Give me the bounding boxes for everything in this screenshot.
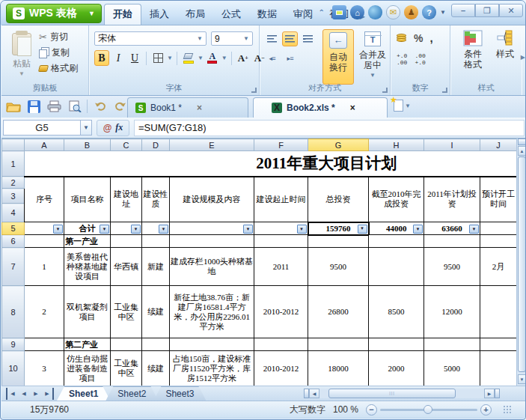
horizontal-scrollbar[interactable]: ◀ ||| ▶ bbox=[304, 388, 513, 399]
cell-section-first[interactable]: 第一产业 bbox=[64, 235, 111, 248]
cell[interactable]: 新征土地38.76亩；新建厂房16581.4平方米，办公用房2296.01平方米 bbox=[170, 286, 254, 338]
cell[interactable]: 9500 bbox=[308, 248, 369, 286]
cell[interactable] bbox=[111, 338, 142, 351]
col-header-I[interactable]: I bbox=[424, 139, 480, 151]
cell[interactable] bbox=[308, 338, 369, 351]
col-header-J[interactable]: J bbox=[480, 139, 517, 151]
cell[interactable]: 2011 bbox=[254, 248, 308, 286]
row-header-6[interactable]: 6 bbox=[2, 235, 25, 248]
restore-button[interactable]: ❐ bbox=[475, 4, 499, 17]
merge-center-button[interactable]: T 合并及居中 ▼ bbox=[357, 29, 388, 85]
cell[interactable] bbox=[111, 235, 142, 248]
cell[interactable]: 26800 bbox=[308, 286, 369, 338]
autofilter-icon[interactable]: ▼ bbox=[243, 225, 253, 234]
autofilter-icon[interactable]: ▼ bbox=[53, 225, 63, 234]
header-cell[interactable]: 建设规模及内容 bbox=[170, 177, 254, 222]
cell-J5[interactable] bbox=[480, 222, 517, 235]
header-cell[interactable]: 建设地址 bbox=[111, 177, 142, 222]
caps-number-label[interactable]: 大写数字 bbox=[290, 404, 325, 416]
increase-indent-button[interactable]: ▸≡ bbox=[282, 51, 298, 66]
switch-window-icon[interactable] bbox=[332, 5, 346, 19]
font-size-combo[interactable]: 9 ▼ bbox=[211, 31, 253, 46]
cell[interactable]: 3 bbox=[25, 351, 64, 386]
align-right-button[interactable] bbox=[300, 31, 316, 46]
align-center-button[interactable] bbox=[282, 31, 298, 46]
mail-icon[interactable]: ✉ bbox=[386, 5, 400, 19]
cell[interactable]: 2 bbox=[25, 286, 64, 338]
ribbon-scroll-right-icon[interactable]: ▶ bbox=[521, 54, 525, 61]
tab-insert[interactable]: 插入 bbox=[141, 4, 177, 25]
print-button[interactable] bbox=[45, 98, 63, 115]
cell-I5[interactable]: 63660▼ bbox=[424, 222, 480, 235]
cell-H5[interactable]: 44000▼ bbox=[369, 222, 424, 235]
increase-decimal-button[interactable]: +.0 .00 bbox=[397, 52, 407, 66]
doc-tab-book1[interactable]: S Book1 * × bbox=[127, 97, 248, 118]
name-box[interactable]: G5 bbox=[3, 120, 81, 136]
cell[interactable]: 2000 bbox=[369, 351, 424, 386]
sheet-tab-sheet3[interactable]: Sheet3 bbox=[153, 386, 206, 401]
scrollbar-split-handle[interactable] bbox=[304, 389, 309, 398]
cell[interactable]: 工业集中区 bbox=[111, 351, 142, 386]
formula-input[interactable]: =SUM(G7:G18) bbox=[134, 120, 525, 136]
print-preview-button[interactable] bbox=[65, 98, 83, 115]
save-button[interactable] bbox=[25, 98, 43, 115]
insert-function-icon[interactable]: fx bbox=[115, 122, 123, 133]
cell-B5[interactable]: 合计▼ bbox=[64, 222, 111, 235]
cell[interactable]: 占地150亩，建设标准厂房11520平方米，库房1512平方米 bbox=[170, 351, 254, 386]
cell[interactable]: 12000 bbox=[424, 286, 480, 338]
cell[interactable] bbox=[25, 235, 64, 248]
zoom-in-button[interactable]: + bbox=[480, 404, 492, 416]
horizontal-scroll-thumb[interactable]: ||| bbox=[328, 389, 456, 398]
row-header-10[interactable]: 10 bbox=[2, 351, 25, 386]
format-painter-button[interactable]: 格式刷 bbox=[39, 62, 78, 75]
cut-button[interactable]: ✂ 剪切 bbox=[39, 31, 78, 43]
conditional-format-button[interactable]: 条件格式 bbox=[458, 30, 488, 70]
paste-button[interactable]: 粘贴 ▼ bbox=[7, 31, 36, 81]
header-cell[interactable]: 截至2010年完成投资 bbox=[369, 177, 424, 222]
cell[interactable]: 续建 bbox=[142, 286, 170, 338]
fill-color-chevron-icon[interactable]: ▼ bbox=[198, 55, 204, 61]
col-header-E[interactable]: E bbox=[170, 139, 254, 151]
cell[interactable]: 8500 bbox=[369, 286, 424, 338]
cell[interactable] bbox=[142, 338, 170, 351]
scrollbar-split-handle[interactable] bbox=[495, 389, 500, 398]
header-cell[interactable]: 预计开工时间 bbox=[480, 177, 517, 222]
cell[interactable] bbox=[424, 338, 480, 351]
autofilter-icon[interactable]: ▼ bbox=[358, 225, 367, 234]
row-header-8[interactable]: 8 bbox=[2, 286, 25, 338]
bold-button[interactable]: B bbox=[94, 50, 109, 66]
cell[interactable]: 18000 bbox=[308, 351, 369, 386]
cell[interactable]: 华西镇 bbox=[111, 248, 142, 286]
cell-styles-button[interactable]: 样式 bbox=[492, 30, 518, 59]
help-chevron-icon[interactable]: ▼ bbox=[440, 9, 446, 16]
col-header-G[interactable]: G bbox=[308, 139, 369, 151]
cell[interactable] bbox=[480, 338, 517, 351]
autofilter-icon[interactable]: ▼ bbox=[297, 225, 307, 234]
grow-font-button[interactable]: A+ bbox=[236, 50, 251, 66]
prev-sheet-icon[interactable]: ◀ bbox=[18, 388, 30, 400]
browser-icon[interactable] bbox=[368, 5, 382, 19]
open-button[interactable] bbox=[4, 98, 22, 115]
cell[interactable] bbox=[142, 235, 170, 248]
sheet-tab-sheet1[interactable]: Sheet1 bbox=[57, 386, 110, 401]
cell[interactable] bbox=[308, 235, 369, 248]
first-sheet-icon[interactable]: ◀ bbox=[6, 388, 18, 400]
decrease-decimal-button[interactable]: .00 +.0 bbox=[415, 52, 425, 66]
cell[interactable] bbox=[480, 286, 517, 338]
close-tab-icon[interactable]: × bbox=[350, 103, 355, 113]
zoom-slider-track[interactable] bbox=[380, 409, 477, 411]
tab-formula[interactable]: 公式 bbox=[213, 4, 249, 25]
row-header-3[interactable]: 3 bbox=[2, 189, 25, 204]
select-all-corner[interactable] bbox=[2, 139, 25, 151]
scroll-right-icon[interactable]: ▶ bbox=[484, 389, 495, 398]
cell[interactable] bbox=[254, 338, 308, 351]
cell[interactable]: 9500 bbox=[424, 248, 480, 286]
next-sheet-icon[interactable]: ▶ bbox=[30, 388, 42, 400]
row-header-7[interactable]: 7 bbox=[2, 248, 25, 286]
wrap-text-button[interactable]: ← 自动换行 bbox=[322, 29, 354, 85]
cell[interactable] bbox=[369, 248, 424, 286]
font-dialog-launcher-icon[interactable] bbox=[251, 88, 257, 93]
borders-chevron-icon[interactable]: ▼ bbox=[167, 55, 173, 61]
decrease-indent-button[interactable]: ◂≡ bbox=[264, 51, 280, 66]
at-function-icon[interactable]: @ bbox=[103, 123, 112, 133]
